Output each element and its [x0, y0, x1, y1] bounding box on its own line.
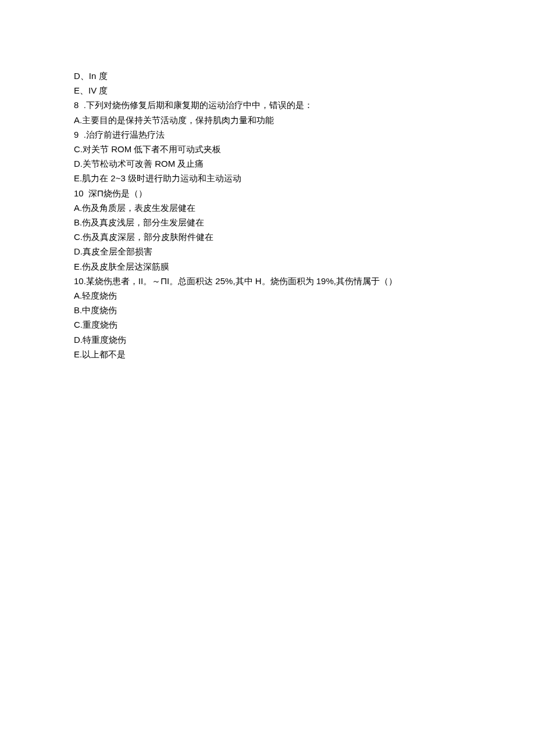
text-line: A.轻度烧伤: [74, 288, 481, 303]
text-line: E、IV 度: [74, 83, 481, 98]
text-line: D.关节松动术可改善 ROM 及止痛: [74, 156, 481, 171]
text-line: B.中度烧伤: [74, 303, 481, 317]
text-line: B.伤及真皮浅层，部分生发层健在: [74, 215, 481, 230]
text-line: A.主要目的是保持关节活动度，保持肌肉力量和功能: [74, 113, 481, 127]
text-line: E.以上都不是: [74, 347, 481, 361]
text-line: E.伤及皮肤全层达深筋膜: [74, 259, 481, 274]
text-line: D、In 度: [74, 69, 481, 83]
document-page: D、In 度 E、IV 度 8 .下列对烧伤修复后期和康复期的运动治疗中中，错误…: [0, 0, 481, 361]
text-line: 10.某烧伤患者，II。～ΠI。总面积达 25%,其中 H。烧伤面积为 19%,…: [74, 274, 481, 288]
text-line: D.特重度烧伤: [74, 332, 481, 347]
text-line: D.真皮全层全部损害: [74, 244, 481, 259]
text-line: C.伤及真皮深层，部分皮肤附件健在: [74, 230, 481, 244]
text-line: E.肌力在 2~3 级时进行助力运动和主动运动: [74, 171, 481, 185]
text-line: 8 .下列对烧伤修复后期和康复期的运动治疗中中，错误的是：: [74, 98, 481, 112]
text-line: C.重度烧伤: [74, 317, 481, 332]
text-line: 9 .治疗前进行温热疗法: [74, 127, 481, 142]
text-line: A.伤及角质层，表皮生发层健在: [74, 200, 481, 215]
text-line: C.对关节 ROM 低下者不用可动式夹板: [74, 142, 481, 156]
text-line: 10 深Π烧伤是（）: [74, 186, 481, 200]
